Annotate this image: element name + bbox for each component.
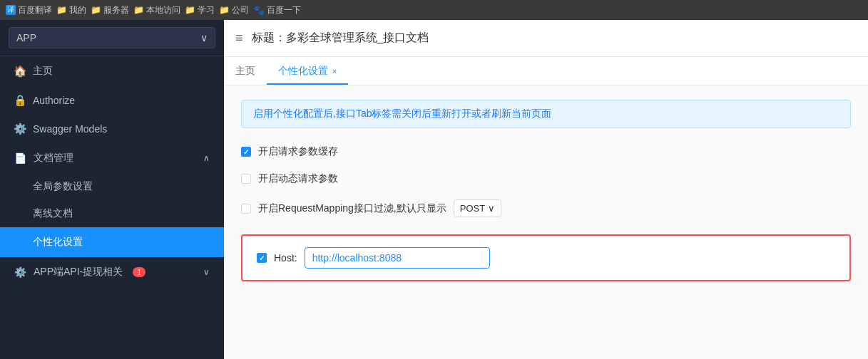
- sidebar-item-home[interactable]: 🏠 主页: [0, 56, 224, 86]
- host-label: Host:: [274, 252, 297, 264]
- tab-personalization[interactable]: 个性化设置 ×: [267, 59, 348, 85]
- tab-home-label: 主页: [235, 65, 255, 78]
- sidebar-item-app-api-label: APP端API-提现相关: [34, 266, 123, 279]
- browser-item-company[interactable]: 📁 公司: [219, 4, 249, 16]
- request-mapping-checkbox[interactable]: [241, 204, 251, 214]
- translate-icon: 译: [6, 5, 16, 15]
- app-api-badge: 1: [133, 267, 145, 277]
- sidebar-item-global-params[interactable]: 全局参数设置: [0, 173, 224, 200]
- settings-group: 开启请求参数缓存 开启动态请求参数 开启RequestMapping接口过滤,默…: [241, 145, 851, 281]
- host-checkbox[interactable]: [257, 253, 267, 263]
- menu-icon[interactable]: ≡: [235, 31, 243, 46]
- sidebar-item-swagger-models[interactable]: ⚙️ Swagger Models: [0, 115, 224, 143]
- dynamic-params-checkbox[interactable]: [241, 174, 251, 184]
- host-input[interactable]: [305, 247, 490, 269]
- tab-home[interactable]: 主页: [224, 59, 267, 85]
- setting-dynamic-params: 开启动态请求参数: [241, 172, 851, 185]
- lock-icon: 🔒: [14, 95, 26, 106]
- doc-icon: 📄: [14, 152, 26, 164]
- sidebar-item-app-api[interactable]: ⚙️ APP端API-提现相关 1 ∨: [0, 257, 224, 287]
- sidebar-item-swagger-label: Swagger Models: [33, 123, 107, 135]
- request-mapping-label: 开启RequestMapping接口过滤,默认只显示: [258, 202, 446, 215]
- sidebar: APP ∨ 🏠 主页 🔒 Authorize ⚙️ Swagger Models: [0, 20, 224, 359]
- sidebar-item-doc-manage[interactable]: 📄 文档管理 ∧: [0, 143, 224, 173]
- notice-text: 启用个性化配置后,接口Tab标签需关闭后重新打开或者刷新当前页面: [253, 108, 551, 119]
- request-cache-label: 开启请求参数缓存: [258, 145, 338, 158]
- browser-toolbar: 译 百度翻译 📁 我的 📁 服务器 📁 本地访问 📁 学习 📁 公司 🐾 百度一…: [0, 0, 868, 20]
- dynamic-params-label: 开启动态请求参数: [258, 172, 338, 185]
- folder-icon: 📁: [133, 5, 144, 15]
- chevron-down-icon: ∨: [200, 32, 208, 43]
- notice-bar: 启用个性化配置后,接口Tab标签需关闭后重新打开或者刷新当前页面: [241, 100, 851, 128]
- browser-item-baidu[interactable]: 🐾 百度一下: [253, 4, 301, 16]
- folder-icon: 📁: [185, 5, 195, 15]
- host-section: Host:: [241, 234, 851, 281]
- sidebar-item-offline-docs[interactable]: 离线文档: [0, 200, 224, 227]
- tab-close-icon[interactable]: ×: [332, 67, 337, 76]
- sidebar-item-home-label: 主页: [33, 65, 53, 78]
- content-area: ≡ 标题：多彩全球管理系统_接口文档 主页 个性化设置 × 启用个性化配置后,接…: [224, 20, 868, 359]
- setting-request-cache: 开启请求参数缓存: [241, 145, 851, 158]
- sidebar-item-global-params-label: 全局参数设置: [33, 180, 93, 193]
- browser-item-mine[interactable]: 📁 我的: [56, 4, 86, 16]
- sidebar-item-personalization[interactable]: 个性化设置: [0, 227, 224, 257]
- browser-item-server[interactable]: 📁 服务器: [91, 4, 129, 16]
- sidebar-item-personalization-label: 个性化设置: [33, 236, 83, 249]
- app-dropdown[interactable]: APP ∨: [9, 27, 215, 48]
- setting-request-mapping: 开启RequestMapping接口过滤,默认只显示 POST ∨: [241, 199, 851, 217]
- request-cache-checkbox[interactable]: [241, 147, 251, 157]
- main-layout: APP ∨ 🏠 主页 🔒 Authorize ⚙️ Swagger Models: [0, 20, 868, 359]
- app-selector-container: APP ∨: [0, 20, 224, 56]
- app-dropdown-label: APP: [16, 32, 36, 43]
- method-filter-value: POST: [460, 203, 485, 214]
- api-icon: ⚙️: [14, 266, 26, 278]
- swagger-icon: ⚙️: [14, 123, 26, 135]
- sidebar-item-authorize-label: Authorize: [33, 95, 75, 106]
- tab-personalization-label: 个性化设置: [278, 65, 328, 78]
- sidebar-item-doc-label: 文档管理: [34, 152, 73, 165]
- folder-icon: 📁: [219, 5, 230, 15]
- folder-icon: 📁: [56, 5, 67, 15]
- tabs-bar: 主页 个性化设置 ×: [224, 57, 868, 85]
- chevron-down-icon: ∨: [203, 267, 210, 277]
- browser-item-local[interactable]: 📁 本地访问: [133, 4, 180, 16]
- folder-icon: 📁: [91, 5, 101, 15]
- main-content: 启用个性化配置后,接口Tab标签需关闭后重新打开或者刷新当前页面 开启请求参数缓…: [224, 85, 868, 359]
- browser-item-study[interactable]: 📁 学习: [185, 4, 215, 16]
- sidebar-item-offline-docs-label: 离线文档: [33, 207, 73, 220]
- browser-item-translate[interactable]: 译 百度翻译: [6, 4, 52, 16]
- chevron-up-icon: ∧: [203, 153, 210, 163]
- baidu-icon: 🐾: [253, 5, 265, 16]
- chevron-down-icon: ∨: [488, 203, 495, 214]
- sidebar-item-authorize[interactable]: 🔒 Authorize: [0, 86, 224, 115]
- home-icon: 🏠: [14, 66, 26, 77]
- content-header: ≡ 标题：多彩全球管理系统_接口文档: [224, 20, 868, 57]
- settings-icon: [14, 236, 26, 248]
- sidebar-nav: 🏠 主页 🔒 Authorize ⚙️ Swagger Models 📄 文档管…: [0, 56, 224, 359]
- page-title: 标题：多彩全球管理系统_接口文档: [252, 31, 429, 46]
- method-filter-dropdown[interactable]: POST ∨: [454, 199, 501, 217]
